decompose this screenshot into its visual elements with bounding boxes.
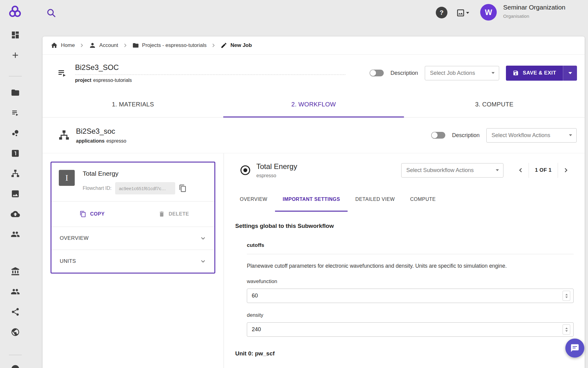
save-exit-main[interactable]: SAVE & EXIT — [506, 66, 563, 81]
subworkflow-header: Total Energy espresso Select Subworkflow… — [224, 153, 585, 187]
subworkflow-actions-select[interactable]: Select Subworkflow Actions — [401, 163, 503, 178]
job-title-field[interactable]: Bi2Se3_SOC — [75, 63, 345, 75]
settings-heading: Settings global to this Subworkflow — [235, 223, 574, 229]
unit-section-units[interactable]: UNITS — [51, 250, 214, 273]
spin-up-icon — [565, 328, 568, 329]
breadcrumb-label: Account — [99, 42, 118, 48]
subworkflow-actions-placeholder: Select Subworkflow Actions — [406, 167, 474, 174]
image-icon — [456, 8, 465, 17]
toggle-knob — [370, 70, 376, 76]
workflow-meta-label: applications — [76, 138, 104, 144]
wavefunction-value: 60 — [252, 293, 258, 299]
settings-bottom-icon[interactable] — [11, 364, 20, 368]
breadcrumb-label: New Job — [230, 42, 252, 48]
search-icon[interactable] — [46, 8, 56, 18]
workflow-actions-select[interactable]: Select Workflow Actions — [486, 128, 577, 143]
tab-label: DETAILED VIEW — [355, 197, 395, 202]
pager-prev-button[interactable] — [513, 163, 529, 178]
unit-one-icon[interactable] — [11, 149, 20, 158]
user-avatar[interactable]: W — [480, 4, 497, 21]
save-exit-button[interactable]: SAVE & EXIT — [506, 66, 577, 81]
app-logo-icon[interactable] — [8, 5, 22, 19]
pager-label: 1 OF 1 — [529, 163, 558, 178]
chat-bubble-icon — [570, 343, 579, 353]
tab-compute[interactable]: 3. COMPUTE — [404, 91, 585, 117]
copy-id-icon[interactable] — [179, 184, 187, 192]
job-description-label: Description — [390, 70, 418, 76]
chevron-down-icon — [496, 169, 499, 171]
wavefunction-input[interactable]: 60 — [247, 289, 574, 303]
chat-fab-button[interactable] — [565, 339, 584, 358]
unit-delete-label: DELETE — [169, 211, 189, 217]
tab-workflow[interactable]: 2. WORKFLOW — [223, 91, 404, 117]
tab-compute-sub[interactable]: COMPUTE — [402, 187, 443, 212]
units-panel: I Total Energy Flowchart ID: ac9ee1c651f… — [43, 153, 224, 368]
org-info: Seminar Organization Organisation — [503, 4, 565, 19]
job-meta-value: espresso-tutorials — [93, 78, 132, 83]
workflow-description-label: Description — [452, 132, 480, 139]
images-icon[interactable] — [11, 189, 20, 198]
flowchart-id-label: Flowchart ID: — [83, 186, 111, 191]
users-icon[interactable] — [11, 287, 20, 296]
globe-icon[interactable] — [11, 328, 20, 337]
wavefunction-spinner[interactable] — [563, 291, 570, 301]
workflow-header-controls: Description Select Workflow Actions — [431, 128, 577, 143]
sidebar-divider — [9, 355, 22, 355]
subworkflow-title: Total Energy — [256, 162, 297, 171]
sidebar-divider — [9, 76, 22, 76]
organization-icon[interactable] — [11, 267, 20, 276]
chevron-down-icon — [200, 258, 206, 265]
dashboard-icon[interactable] — [11, 30, 20, 40]
workflow-actions-placeholder: Select Workflow Actions — [492, 132, 550, 139]
cutoffs-description: Planewave cutoff parameters for electron… — [247, 263, 574, 269]
pager-next-button[interactable] — [558, 163, 574, 178]
unit-section-overview[interactable]: OVERVIEW — [51, 227, 214, 250]
spin-down-icon — [565, 297, 568, 298]
chevron-right-icon — [210, 42, 217, 48]
save-exit-dropdown[interactable] — [563, 66, 577, 81]
share-icon[interactable] — [11, 307, 20, 316]
breadcrumb-project[interactable]: Projects - espresso-tutorials — [132, 42, 207, 49]
job-actions-select[interactable]: Select Job Actions — [425, 66, 499, 80]
tab-label: 1. MATERIALS — [112, 101, 154, 108]
team-icon[interactable] — [11, 230, 20, 239]
subworkflow-pager: 1 OF 1 — [513, 163, 574, 178]
job-title: Bi2Se3_SOC — [75, 63, 119, 71]
job-description-toggle[interactable] — [370, 70, 384, 76]
section-label: UNITS — [60, 258, 76, 264]
density-input[interactable]: 240 — [247, 322, 574, 337]
chevron-down-icon — [466, 12, 469, 14]
breadcrumb: Home Account Projects - espresso-tutoria… — [43, 36, 585, 55]
density-spinner[interactable] — [563, 324, 570, 335]
cloud-upload-icon[interactable] — [11, 209, 20, 219]
add-icon[interactable] — [11, 51, 20, 60]
tab-overview[interactable]: OVERVIEW — [232, 187, 275, 212]
unit-copy-button[interactable]: COPY — [51, 211, 133, 217]
unit-card-total-energy[interactable]: I Total Energy Flowchart ID: ac9ee1c651f… — [51, 162, 215, 274]
breadcrumb-home[interactable]: Home — [51, 42, 75, 49]
unit-delete-button[interactable]: DELETE — [133, 211, 214, 217]
person-icon — [89, 42, 96, 49]
section-label: OVERVIEW — [60, 235, 89, 241]
unit-actions: COPY DELETE — [51, 201, 214, 227]
media-menu-button[interactable] — [456, 8, 469, 17]
breadcrumb-label: Home — [61, 42, 75, 48]
workflows-icon[interactable] — [11, 169, 20, 178]
workflow-header: Bi2Se3_soc applicationsespresso Descript… — [43, 117, 585, 153]
tab-important-settings[interactable]: IMPORTANT SETTINGS — [275, 187, 348, 212]
projects-folder-icon[interactable] — [11, 88, 20, 97]
materials-icon[interactable] — [11, 128, 20, 138]
job-header: Bi2Se3_SOC projectespresso-tutorials Des… — [43, 55, 585, 91]
workflow-meta: applicationsespresso — [76, 138, 126, 144]
jobs-list-icon[interactable] — [11, 108, 20, 117]
tab-materials[interactable]: 1. MATERIALS — [43, 91, 223, 117]
tab-detailed-view[interactable]: DETAILED VIEW — [348, 187, 402, 212]
unit-type-badge: I — [59, 170, 75, 186]
sidebar — [0, 26, 30, 368]
breadcrumb-new-job[interactable]: New Job — [221, 42, 252, 49]
breadcrumb-account[interactable]: Account — [89, 42, 118, 49]
flowchart-id-field[interactable]: ac9ee1c651f61cdf7c… — [115, 182, 175, 194]
workflow-description-toggle[interactable] — [431, 132, 445, 139]
org-subtitle: Organisation — [503, 13, 565, 19]
help-icon[interactable]: ? — [436, 7, 447, 18]
